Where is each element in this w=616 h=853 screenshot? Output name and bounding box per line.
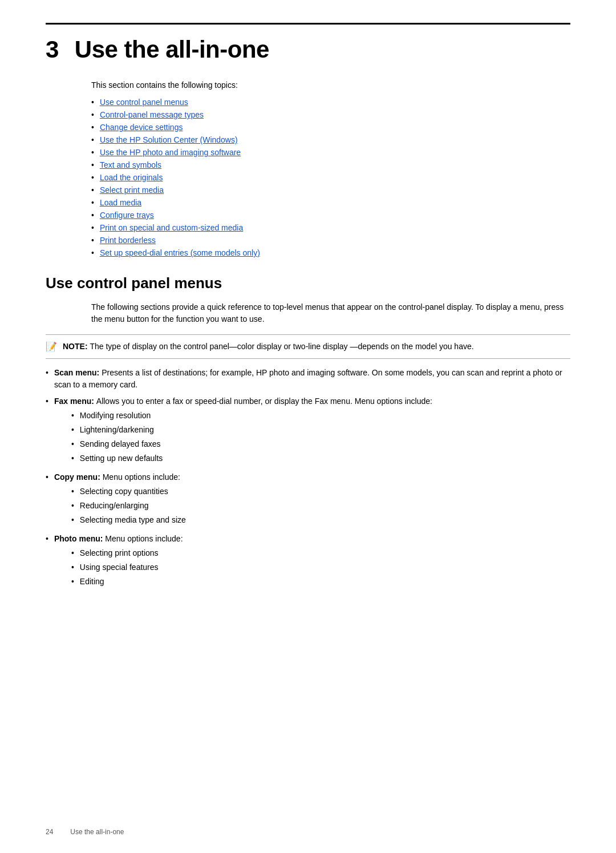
toc-item: Configure trays	[91, 211, 570, 220]
menu-item-3: Photo menu: Menu options include:Selecti…	[46, 533, 570, 590]
menu-item-0: Scan menu: Presents a list of destinatio…	[46, 367, 570, 391]
sub-list-1: Modifying resolutionLightening/darkening…	[71, 410, 570, 464]
intro-text: This section contains the following topi…	[91, 80, 570, 90]
sub-item-1-1: Lightening/darkening	[71, 424, 570, 436]
footer: 24 Use the all-in-one	[46, 828, 570, 836]
toc-link-control-panel-message-types[interactable]: Control-panel message types	[100, 110, 204, 119]
toc-item: Change device settings	[91, 123, 570, 132]
toc-link-configure-trays[interactable]: Configure trays	[100, 211, 154, 220]
sub-item-2-1: Reducing/enlarging	[71, 500, 570, 512]
toc-item: Use the HP photo and imaging software	[91, 148, 570, 157]
toc-item: Select print media	[91, 185, 570, 195]
menu-items-list: Scan menu: Presents a list of destinatio…	[46, 367, 570, 590]
toc-item: Text and symbols	[91, 160, 570, 169]
sub-item-1-2: Sending delayed faxes	[71, 438, 570, 450]
sub-item-1-0: Modifying resolution	[71, 410, 570, 422]
toc-link-use-control-panel-menus[interactable]: Use control panel menus	[100, 98, 188, 107]
toc-item: Use the HP Solution Center (Windows)	[91, 135, 570, 144]
toc-list: Use control panel menusControl-panel mes…	[91, 98, 570, 257]
toc-item: Print borderless	[91, 236, 570, 245]
menu-item-2: Copy menu: Menu options include:Selectin…	[46, 471, 570, 528]
toc-link-change-device-settings[interactable]: Change device settings	[100, 123, 183, 132]
menu-term-3: Photo menu:	[54, 534, 105, 543]
toc-link-speed-dial-entries[interactable]: Set up speed-dial entries (some models o…	[100, 248, 260, 257]
sub-list-3: Selecting print optionsUsing special fea…	[71, 547, 570, 588]
note-content: The type of display on the control panel…	[90, 342, 473, 351]
menu-item-content-1: Fax menu: Allows you to enter a fax or s…	[54, 395, 570, 467]
toc-link-print-special-media[interactable]: Print on special and custom-sized media	[100, 223, 243, 232]
sub-item-3-1: Using special features	[71, 561, 570, 573]
note-text: NOTE: The type of display on the control…	[63, 341, 474, 353]
menu-item-content-2: Copy menu: Menu options include:Selectin…	[54, 471, 570, 528]
sub-item-3-0: Selecting print options	[71, 547, 570, 559]
sub-item-2-0: Selecting copy quantities	[71, 486, 570, 498]
toc-link-select-print-media[interactable]: Select print media	[100, 185, 164, 195]
toc-link-load-originals[interactable]: Load the originals	[100, 173, 163, 182]
toc-link-load-media[interactable]: Load media	[100, 198, 141, 207]
toc-item: Print on special and custom-sized media	[91, 223, 570, 232]
footer-page-number: 24	[46, 828, 53, 836]
note-icon: 📝	[46, 341, 57, 352]
menu-term-0: Scan menu:	[54, 368, 102, 377]
toc-link-hp-solution-center[interactable]: Use the HP Solution Center (Windows)	[100, 135, 238, 144]
toc-link-text-and-symbols[interactable]: Text and symbols	[100, 160, 161, 169]
note-box: 📝 NOTE: The type of display on the contr…	[46, 334, 570, 359]
chapter-title: 3Use the all-in-one	[46, 36, 570, 63]
footer-text: Use the all-in-one	[70, 828, 124, 836]
menu-item-content-0: Scan menu: Presents a list of destinatio…	[54, 367, 570, 391]
top-border	[46, 23, 570, 25]
note-label: NOTE:	[63, 342, 90, 351]
menu-item-content-3: Photo menu: Menu options include:Selecti…	[54, 533, 570, 590]
sub-item-3-2: Editing	[71, 576, 570, 588]
sub-item-2-2: Selecting media type and size	[71, 514, 570, 526]
toc-item: Load the originals	[91, 173, 570, 182]
chapter-number: 3	[46, 36, 59, 63]
sub-list-2: Selecting copy quantitiesReducing/enlarg…	[71, 486, 570, 526]
section1-title: Use control panel menus	[46, 274, 570, 292]
section1-intro: The following sections provide a quick r…	[91, 301, 570, 325]
menu-term-1: Fax menu:	[54, 397, 96, 406]
toc-link-print-borderless[interactable]: Print borderless	[100, 236, 156, 245]
toc-item: Use control panel menus	[91, 98, 570, 107]
menu-item-1: Fax menu: Allows you to enter a fax or s…	[46, 395, 570, 467]
toc-item: Load media	[91, 198, 570, 207]
toc-item: Control-panel message types	[91, 110, 570, 119]
chapter-title-text: Use the all-in-one	[75, 36, 269, 63]
menu-term-2: Copy menu:	[54, 472, 103, 482]
toc-link-hp-photo-imaging[interactable]: Use the HP photo and imaging software	[100, 148, 241, 157]
toc-item: Set up speed-dial entries (some models o…	[91, 248, 570, 257]
main-content: Use control panel menus The following se…	[46, 274, 570, 590]
sub-item-1-3: Setting up new defaults	[71, 452, 570, 464]
